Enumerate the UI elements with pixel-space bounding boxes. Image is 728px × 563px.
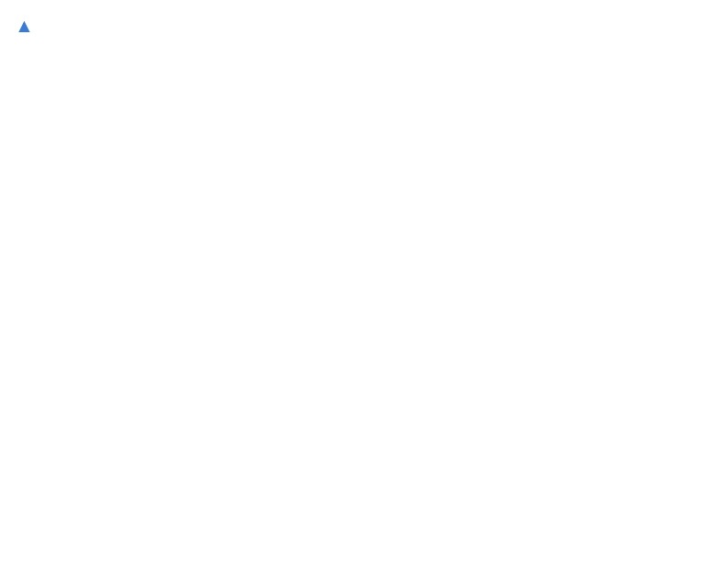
logo: ▲ <box>15 15 34 36</box>
page-header: ▲ <box>15 15 713 36</box>
